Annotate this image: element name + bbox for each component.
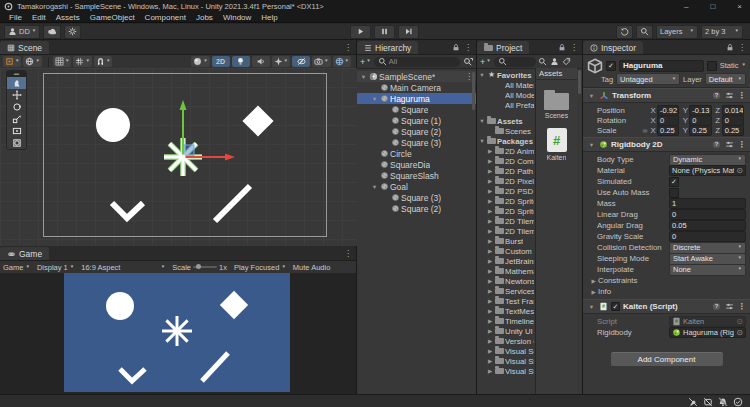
help-icon[interactable]: ? [712, 91, 721, 100]
project-item-favorites[interactable]: ▼★Favorites [477, 70, 534, 80]
project-item-2d-sprite[interactable]: ▶2D Sprite [477, 196, 534, 206]
scale-slider-track[interactable] [193, 266, 217, 268]
project-item-visual-studio-editor[interactable]: ▶Visual Studio Editor [477, 366, 534, 376]
position-y-field[interactable]: -0.13 [689, 105, 711, 116]
use-auto-mass-checkbox[interactable] [669, 188, 679, 198]
foldout-icon[interactable]: ▶ [486, 278, 494, 284]
project-item-timeline[interactable]: ▶Timeline [477, 316, 534, 326]
lock-icon[interactable] [452, 43, 460, 52]
project-item-services-core[interactable]: ▶Services Core [477, 286, 534, 296]
layers-dropdown[interactable]: Layers▼ [656, 25, 698, 39]
tab-game[interactable]: Game [0, 247, 49, 260]
progress-idle-icon[interactable] [733, 397, 743, 407]
rect-tool[interactable] [7, 125, 26, 137]
scale-y-field[interactable]: 0.25 [689, 125, 711, 136]
project-search-input[interactable] [494, 57, 536, 67]
minimize-button[interactable]: – [684, 2, 688, 11]
scene-viewport[interactable]: ▬ [0, 68, 357, 246]
tool-handle-position[interactable]: ▼ [3, 56, 21, 67]
project-item-visual-studio-code-editor[interactable]: ▶Visual Studio Code Editor [477, 356, 534, 366]
notifications-muted-icon[interactable] [718, 397, 728, 407]
project-item-unity-ui[interactable]: ▶Unity UI [477, 326, 534, 336]
foldout-icon[interactable]: ▶ [486, 368, 494, 374]
component-menu-icon[interactable]: ⋮ [738, 140, 746, 149]
tab-hierarchy[interactable]: Hierarchy [357, 41, 418, 54]
script-object-field[interactable]: #Kaiten⊙ [669, 316, 746, 327]
object-picker-icon[interactable]: ⊙ [736, 329, 743, 337]
body-type-dropdown[interactable]: Dynamic▼ [669, 154, 746, 166]
foldout-icon[interactable]: ▶ [486, 238, 494, 244]
project-item-version-control[interactable]: ▶Version Control [477, 336, 534, 346]
hierarchy-item-goal[interactable]: ▼Goal [357, 181, 476, 192]
rotate-tool[interactable] [7, 101, 26, 113]
play-button[interactable] [350, 25, 371, 39]
menu-jobs[interactable]: Jobs [191, 13, 218, 22]
scale-slider-knob[interactable] [196, 264, 201, 269]
tab-scene[interactable]: Scene [0, 41, 49, 54]
asset-kaiten[interactable]: #Kaiten [536, 128, 577, 161]
project-item-textmeshpro[interactable]: ▶TextMeshPro [477, 306, 534, 316]
foldout-icon[interactable]: ▶ [486, 208, 494, 214]
project-scrollbar[interactable] [578, 70, 581, 94]
component-menu-icon[interactable]: ⋮ [738, 302, 746, 311]
project-item-test-framework[interactable]: ▶Test Framework [477, 296, 534, 306]
menu-component[interactable]: Component [140, 13, 191, 22]
hierarchy-item-squaredia[interactable]: SquareDia [357, 159, 476, 170]
view-tool[interactable] [7, 77, 26, 89]
scene-visibility-toggle[interactable] [292, 56, 310, 67]
project-item-all-models[interactable]: All Models [477, 90, 534, 100]
foldout-icon[interactable]: ▼ [359, 74, 368, 80]
project-item-mathematics[interactable]: ▶Mathematics [477, 266, 534, 276]
project-item-jetbrains-rider-editor[interactable]: ▶JetBrains Rider Editor [477, 256, 534, 266]
scene-lighting-toggle[interactable] [232, 56, 250, 67]
foldout-icon[interactable]: ▶ [486, 188, 494, 194]
foldout-icon[interactable]: ▶ [486, 198, 494, 204]
inspector-menu-icon[interactable]: ⋮ [738, 43, 746, 52]
menu-file[interactable]: File [4, 13, 27, 22]
active-checkbox[interactable]: ✓ [606, 61, 616, 71]
lock-icon[interactable] [558, 43, 566, 52]
foldout-icon[interactable]: ▼ [478, 72, 486, 78]
kaiten-script-component-header[interactable]: ▼ # ✓ Kaiten (Script) ? ⋮ [583, 299, 750, 314]
collab-muted-icon[interactable] [688, 397, 698, 407]
hierarchy-item-square-2[interactable]: Square (2) [357, 203, 476, 214]
static-checkbox[interactable] [707, 61, 717, 71]
label-filter-icon[interactable] [562, 57, 571, 66]
hierarchy-item-square-3[interactable]: Square (3) [357, 137, 476, 148]
foldout-icon[interactable]: ▶ [486, 318, 494, 324]
project-item-2d-spriteshape[interactable]: ▶2D SpriteShape [477, 206, 534, 216]
create-asset-button[interactable]: +▼ [480, 57, 491, 67]
asset-store-search-icon[interactable] [550, 57, 559, 66]
rotation-x-field[interactable]: 0 [657, 115, 679, 126]
menu-help[interactable]: Help [256, 13, 282, 22]
grid-visibility[interactable]: ▼ [53, 56, 71, 67]
hierarchy-item-square-2[interactable]: Square (2) [357, 126, 476, 137]
import-muted-icon[interactable] [703, 397, 713, 407]
project-item-all-materials[interactable]: All Materials [477, 80, 534, 90]
hierarchy-item-squareslash[interactable]: SquareSlash [357, 170, 476, 181]
foldout-icon[interactable]: ▶ [486, 268, 494, 274]
layer-dropdown[interactable]: Default▼ [705, 73, 746, 85]
preset-icon[interactable] [725, 302, 734, 311]
focus-mode-dropdown[interactable]: Play Focused▼ [234, 263, 286, 272]
interpolate-dropdown[interactable]: None▼ [669, 264, 746, 276]
project-item-all-prefabs[interactable]: All Prefabs [477, 100, 534, 110]
static-dropdown-icon[interactable]: ▼ [742, 63, 746, 68]
transform-tool[interactable] [7, 137, 26, 149]
display-dropdown[interactable]: Display 1▼ [37, 263, 74, 272]
help-icon[interactable]: ? [712, 302, 721, 311]
foldout-icon[interactable]: ▶ [486, 288, 494, 294]
rigidbody-object-field[interactable]: Haguruma (Rigidbody 2D)⊙ [669, 327, 746, 338]
foldout-icon[interactable]: ▶ [486, 328, 494, 334]
foldout-icon[interactable]: ▼ [478, 138, 486, 144]
transform-component-header[interactable]: ▼ Transform ? ⋮ [583, 88, 750, 103]
tab-project[interactable]: Project [477, 41, 529, 54]
foldout-icon[interactable]: ▶ [589, 289, 598, 295]
project-item-2d-pixel-perfect[interactable]: ▶2D Pixel Perfect [477, 176, 534, 186]
rotation-y-field[interactable]: 0 [689, 115, 711, 126]
hierarchy-item-square-1[interactable]: Square (1) [357, 115, 476, 126]
gizmos-toggle[interactable]: ▼ [333, 56, 351, 67]
account-dropdown[interactable]: DD▼ [4, 25, 40, 39]
foldout-icon[interactable]: ▶ [486, 168, 494, 174]
scale-slider[interactable]: Scale 1x [172, 263, 227, 272]
